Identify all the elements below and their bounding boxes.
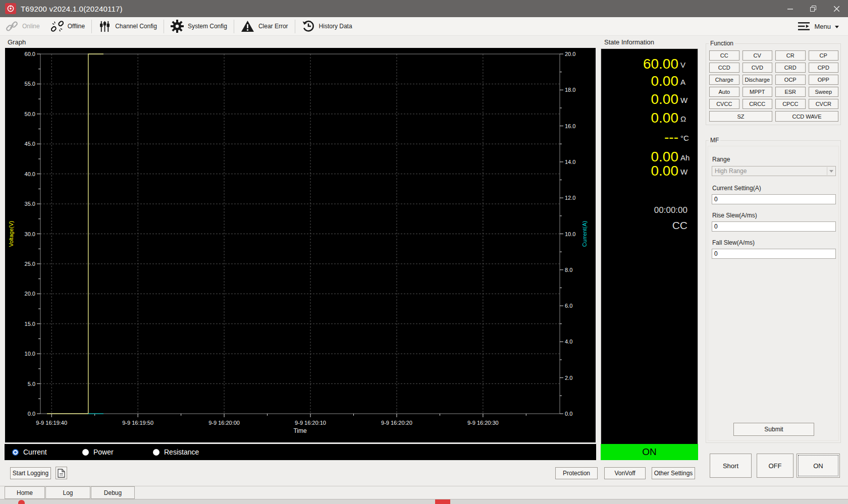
function-button-crd[interactable]: CRD [775,63,806,73]
vonvoff-button[interactable]: VonVoff [604,467,646,479]
fall-slew-input[interactable] [712,249,836,259]
state-value: 60.00 [643,56,678,72]
function-button-crcc[interactable]: CRCC [743,99,773,109]
menu-button[interactable]: Menu [788,22,848,31]
function-button-cpcc[interactable]: CPCC [775,99,806,109]
toolbar-system-config-button[interactable]: System Config [165,17,233,35]
function-button-cv[interactable]: CV [743,50,773,61]
function-button-cp[interactable]: CP [809,50,839,61]
svg-text:10.0: 10.0 [565,231,575,237]
svg-text:25.0: 25.0 [25,261,35,267]
svg-text:5.0: 5.0 [28,381,35,387]
svg-text:20.0: 20.0 [25,291,35,297]
svg-text:9-9 16:20:20: 9-9 16:20:20 [381,420,412,426]
on-button[interactable]: ON [797,454,840,478]
tab-debug[interactable]: Debug [91,486,135,499]
toolbar-history-data-button[interactable]: History Data [296,17,358,35]
svg-text:60.0: 60.0 [25,51,35,57]
output-state-banner: ON [601,444,698,460]
state-value: 0.00 [651,91,679,107]
state-panel-title: State Information [604,38,654,46]
channel-sliders-icon [98,20,111,33]
function-button-mppt[interactable]: MPPT [743,87,773,97]
radio-unselected-icon[interactable] [82,449,89,456]
window-controls [778,0,848,17]
start-logging-button[interactable]: Start Logging [10,467,51,479]
log-file-button[interactable] [56,467,67,479]
svg-text:12.0: 12.0 [565,195,575,201]
toolbar-clear-error-label: Clear Error [258,23,288,30]
function-button-ccd-wave[interactable]: CCD WAVE [775,111,838,122]
rise-slew-label: Rise Slew(A/ms) [712,212,757,219]
tab-home[interactable]: Home [5,486,45,499]
state-unit: °C [680,134,689,142]
function-button-cvcc[interactable]: CVCC [709,99,739,109]
radio-unselected-icon[interactable] [153,449,160,456]
combo-dropdown-arrow [827,167,835,175]
off-button[interactable]: OFF [757,454,793,478]
broken-link-icon [51,20,64,33]
range-select: High Range [712,166,836,176]
radio-label: Power [93,448,114,456]
range-label: Range [712,156,730,163]
range-select-value: High Range [715,167,747,175]
function-button-cr[interactable]: CR [775,50,806,61]
function-button-cpd[interactable]: CPD [809,63,839,73]
svg-text:0.0: 0.0 [565,411,572,417]
function-button-esr[interactable]: ESR [775,87,806,97]
state-unit: W [680,96,687,104]
svg-text:14.0: 14.0 [565,159,575,165]
function-button-sweep[interactable]: Sweep [809,87,839,97]
taskbar-icon-sliver [18,500,25,504]
fall-slew-label: Fall Slew(A/ms) [712,239,755,246]
minimize-button[interactable] [778,0,802,17]
close-button[interactable] [825,0,848,17]
svg-text:30.0: 30.0 [25,231,35,237]
state-value: 0.00 [651,110,679,126]
state-unit: A [680,78,685,86]
current-setting-input[interactable] [712,194,836,204]
function-button-discharge[interactable]: Discharge [743,75,773,85]
radio-power[interactable]: Power [82,444,114,460]
svg-text:9-9 16:20:30: 9-9 16:20:30 [467,420,499,426]
function-button-ccd[interactable]: CCD [709,63,739,73]
tab-log[interactable]: Log [45,486,90,499]
taskbar-icon-sliver [435,499,450,504]
toolbar-offline-button[interactable]: Offline [45,17,90,35]
state-reading-row: 0.00W [601,91,698,110]
radio-resistance[interactable]: Resistance [153,444,199,460]
mode-indicator: CC [672,219,687,232]
toolbar-clear-error-button[interactable]: Clear Error [235,17,294,35]
restore-button[interactable] [802,0,825,17]
radio-current[interactable]: Current [12,444,47,460]
function-button-sz[interactable]: SZ [709,111,772,122]
svg-text:15.0: 15.0 [25,321,35,327]
svg-text:55.0: 55.0 [25,81,35,87]
toolbar-separator [295,20,295,33]
function-button-grid: CCCVCRCPCCDCVDCRDCPDChargeDischargeOCPOP… [709,50,838,109]
toolbar-online-button: Online [0,17,45,35]
function-button-charge[interactable]: Charge [709,75,739,85]
svg-text:8.0: 8.0 [565,267,572,273]
mf-group: MF Range High Range Current Setting(A) R… [706,140,841,443]
function-button-opp[interactable]: OPP [809,75,839,85]
rise-slew-input[interactable] [712,221,836,232]
function-button-cvcr[interactable]: CVCR [809,99,839,109]
svg-text:Current(A): Current(A) [581,221,588,247]
function-button-ocp[interactable]: OCP [775,75,806,85]
function-button-cvd[interactable]: CVD [743,63,773,73]
state-unit: V [680,61,685,69]
short-button[interactable]: Short [710,454,752,478]
function-button-auto[interactable]: Auto [709,87,739,97]
other-settings-button[interactable]: Other Settings [652,467,695,479]
toolbar-separator [234,20,234,33]
toolbar-channel-config-button[interactable]: Channel Config [93,17,163,35]
radio-selected-icon[interactable] [12,449,19,456]
minimize-icon [787,6,793,12]
svg-text:35.0: 35.0 [25,201,35,207]
state-reading-row: 0.00Ω [601,110,698,129]
function-button-cc[interactable]: CC [709,50,739,61]
submit-button[interactable]: Submit [733,423,814,436]
protection-button[interactable]: Protection [555,467,598,479]
state-value: --- [664,129,678,145]
